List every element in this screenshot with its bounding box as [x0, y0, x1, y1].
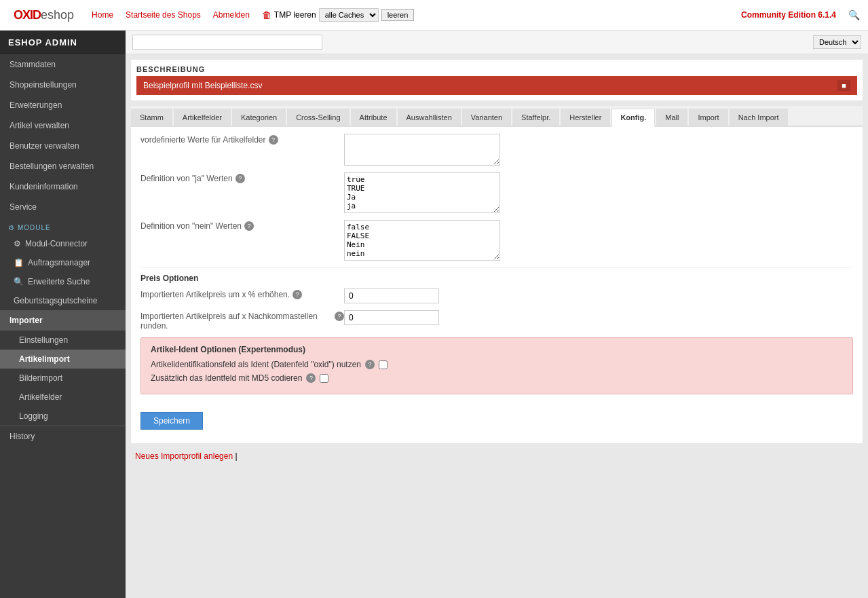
sidebar-header: ESHOP ADMIN — [0, 31, 126, 54]
tab-kategorien[interactable]: Kategorien — [232, 109, 286, 126]
sidebar-item-service[interactable]: Service — [0, 197, 126, 217]
sidebar-sub-item-logging[interactable]: Logging — [0, 407, 126, 426]
bottom-link-section: Neues Importprofil anlegen | — [126, 446, 868, 466]
vordefinierte-help-icon[interactable]: ? — [269, 135, 278, 145]
tab-staffelpr[interactable]: Staffelpr. — [512, 109, 559, 126]
ja-werte-label: Definition von "ja" Werten ? — [140, 172, 344, 183]
preis-runden-input[interactable] — [344, 310, 439, 325]
tab-hersteller[interactable]: Hersteller — [561, 109, 610, 126]
tab-artikelfelder[interactable]: Artikelfelder — [174, 109, 231, 126]
tab-nach-import[interactable]: Nach Import — [730, 109, 788, 126]
sidebar-module-label-auftragsmanager: Auftragsmanager — [28, 258, 90, 267]
tabs-bar: StammArtikelfelderKategorienCross-Sellin… — [131, 106, 863, 127]
tab-import[interactable]: Import — [689, 109, 728, 126]
auftragsmanager-icon: 📋 — [14, 258, 24, 267]
sidebar-item-benutzer-verwalten[interactable]: Benutzer verwalten — [0, 136, 126, 156]
expert-oxid-checkbox[interactable] — [379, 360, 388, 369]
tab-varianten[interactable]: Varianten — [462, 109, 511, 126]
sidebar-sub-item-bilderimport[interactable]: Bilderimport — [0, 369, 126, 388]
vordefinierte-textarea[interactable] — [344, 134, 500, 166]
sidebar-sub-item-einstellungen[interactable]: Einstellungen — [0, 331, 126, 350]
expert-md5-help-icon[interactable]: ? — [306, 373, 316, 383]
preis-erhoehen-input[interactable] — [344, 288, 439, 303]
tmp-leeren-section: 🗑 TMP leeren alle Caches leeren — [262, 8, 414, 22]
new-profil-link[interactable]: Neues Importprofil anlegen — [135, 451, 233, 461]
beschreibung-section: BESCHREIBUNG Beispielprofil mit Beispiel… — [131, 60, 863, 100]
sidebar-item-bestellungen-verwalten[interactable]: Bestellungen verwalten — [0, 156, 126, 176]
preis-optionen-title: Preis Optionen — [140, 274, 853, 283]
sidebar-module-label-geburtstagsguscheine: Geburtstagsgutscheine — [14, 296, 97, 305]
tab-stamm[interactable]: Stamm — [131, 109, 172, 126]
logo: OXID eshop — [8, 8, 79, 22]
preis-runden-label: Importierten Artikelpreis auf x Nachkomm… — [140, 310, 344, 331]
sidebar-module-nav: ⚙Modul-Connector📋Auftragsmanager🔍Erweite… — [0, 234, 126, 310]
leeren-button[interactable]: leeren — [381, 9, 415, 21]
sidebar-sub-item-artikelimport[interactable]: Artikelimport — [0, 350, 126, 369]
expert-md5-checkbox[interactable] — [320, 374, 328, 383]
expert-oxid-help-icon[interactable]: ? — [365, 360, 375, 369]
language-select[interactable]: Deutsch — [813, 35, 861, 49]
sidebar-importer-header: Importer — [0, 310, 126, 331]
vordefinierte-row: vordefinierte Werte für Artikelfelder ? — [140, 134, 853, 166]
cache-select[interactable]: alle Caches — [319, 8, 379, 22]
logo-oxid: OXID — [14, 8, 41, 22]
content-header: Deutsch — [126, 31, 868, 54]
nav-abmelden-link[interactable]: Abmelden — [213, 10, 250, 20]
beschreibung-row: Beispielprofil mit Beispielliste.csv ■ — [136, 76, 857, 95]
logo-eshop: eshop — [41, 8, 74, 22]
tab-attribute[interactable]: Attribute — [351, 109, 396, 126]
tab-auswahllisten[interactable]: Auswahllisten — [398, 109, 461, 126]
nav-home-link[interactable]: Home — [92, 10, 113, 20]
tmp-icon: 🗑 — [262, 10, 271, 20]
expert-box: Artikel-Ident Optionen (Expertenmodus) A… — [140, 337, 853, 394]
sidebar-item-artikel-verwalten[interactable]: Artikel verwalten — [0, 115, 126, 136]
content-area: Deutsch BESCHREIBUNG Beispielprofil mit … — [126, 31, 868, 598]
expert-title: Artikel-Ident Optionen (Expertenmodus) — [151, 345, 843, 354]
sidebar-history[interactable]: History — [0, 426, 126, 447]
sidebar-item-erweiterungen[interactable]: Erweiterungen — [0, 95, 126, 115]
ja-werte-textarea[interactable]: true TRUE Ja ja — [344, 172, 500, 213]
expert-md5-row: Zusätzlich das Identfeld mit MD5 codiere… — [151, 373, 843, 383]
preis-erhoehen-label: Importierten Artikelpreis um x % erhöhen… — [140, 288, 344, 299]
sidebar-module-item-auftragsmanager[interactable]: 📋Auftragsmanager — [0, 253, 126, 272]
sidebar-module-label-erweiterte-suche: Erweiterte Suche — [28, 277, 90, 286]
tab-mall[interactable]: Mall — [656, 109, 687, 126]
sidebar-module-item-modul-connector[interactable]: ⚙Modul-Connector — [0, 234, 126, 253]
preis-runden-help-icon[interactable]: ? — [335, 312, 344, 321]
divider-1 — [140, 267, 853, 268]
sidebar-main-nav: StammdatenShopeinstellungenErweiterungen… — [0, 54, 126, 217]
module-gear-icon: ⚙ — [8, 224, 15, 231]
tab-konfig[interactable]: Konfig. — [611, 109, 655, 127]
sidebar-item-kundeninformation[interactable]: Kundeninformation — [0, 176, 126, 197]
separator: | — [235, 451, 237, 461]
content-body: BESCHREIBUNG Beispielprofil mit Beispiel… — [126, 54, 868, 598]
expert-oxid-row: Artikelidentifikationsfeld als Ident (Da… — [151, 360, 843, 369]
save-section: Speichern — [140, 404, 853, 436]
beschreibung-edit-button[interactable]: ■ — [837, 80, 850, 91]
save-button[interactable]: Speichern — [140, 412, 203, 430]
sidebar-item-shopeinstellungen[interactable]: Shopeinstellungen — [0, 75, 126, 95]
sidebar-item-stammdaten[interactable]: Stammdaten — [0, 54, 126, 75]
nein-werte-help-icon[interactable]: ? — [244, 221, 254, 231]
ja-werte-help-icon[interactable]: ? — [235, 174, 245, 183]
sidebar-importer-nav: EinstellungenArtikelimportBilderimportAr… — [0, 331, 126, 426]
sidebar-module-label-modul-connector: Modul-Connector — [25, 239, 88, 248]
tab-cross-selling[interactable]: Cross-Selling — [287, 109, 349, 126]
modul-connector-icon: ⚙ — [14, 239, 21, 248]
sidebar-module-item-geburtstagsguscheine[interactable]: Geburtstagsgutscheine — [0, 291, 126, 310]
nav-startseite-link[interactable]: Startseite des Shops — [126, 10, 201, 20]
erweiterte-suche-icon: 🔍 — [14, 277, 24, 286]
sidebar-module-item-erweiterte-suche[interactable]: 🔍Erweiterte Suche — [0, 272, 126, 291]
sidebar-sub-item-artikelfelder[interactable]: Artikelfelder — [0, 388, 126, 407]
preis-erhoehen-help-icon[interactable]: ? — [293, 290, 302, 299]
search-icon[interactable]: 🔍 — [848, 10, 860, 20]
vordefinierte-label: vordefinierte Werte für Artikelfelder ? — [140, 134, 344, 145]
beschreibung-text: Beispielprofil mit Beispielliste.csv — [143, 81, 262, 90]
ja-werte-row: Definition von "ja" Werten ? true TRUE J… — [140, 172, 853, 213]
content-search-input[interactable] — [132, 35, 322, 50]
sidebar-module-section-label: ⚙ MODULE — [0, 220, 126, 234]
edition-label: Community Edition 6.1.4 — [741, 10, 836, 20]
tabs-container: StammArtikelfelderKategorienCross-Sellin… — [131, 106, 863, 443]
nein-werte-textarea[interactable]: false FALSE Nein nein — [344, 220, 500, 261]
nein-werte-label: Definition von "nein" Werten ? — [140, 220, 344, 231]
